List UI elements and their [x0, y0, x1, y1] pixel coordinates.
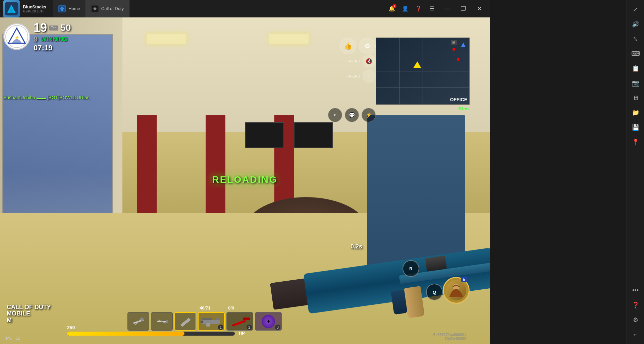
- home-tab-label: Home: [68, 6, 80, 11]
- weapon-slots: 48/71 1 0/0 2: [127, 312, 282, 331]
- minimap: ▲ M OFFICE: [376, 38, 470, 105]
- cod-logo: CALL OF DUTY MOBILE M: [7, 304, 51, 324]
- friend-label-2: FRIEND: [346, 74, 360, 78]
- svg-rect-13: [216, 318, 219, 320]
- sidebar-expand-icon[interactable]: ⤢: [629, 3, 642, 16]
- svg-rect-12: [202, 318, 212, 320]
- svg-point-9: [140, 318, 144, 321]
- score-main: 19: [34, 21, 47, 35]
- account-button[interactable]: 👤: [399, 3, 411, 15]
- secondary-weapon-slot[interactable]: 0/0 2: [226, 312, 253, 331]
- close-button[interactable]: ✕: [472, 3, 487, 15]
- q-action-button[interactable]: Q: [426, 284, 443, 300]
- mute-button[interactable]: 🔇: [362, 54, 376, 68]
- titlebar-controls: 🔔 1 👤 ❓ ☰ — ❐ ✕: [386, 3, 490, 15]
- ping-button[interactable]: P: [328, 108, 342, 122]
- right-sidebar: ⤢ 🔊 ⤡ ⌨ 📋 📷 🖥 📁 💾 📍 ••• ❓ ⚙ ←: [627, 0, 644, 344]
- hp-bar-background: [67, 332, 235, 336]
- primary-weapon-icon[interactable]: 1: [198, 312, 225, 331]
- slot-1-number: 1: [218, 325, 223, 330]
- game-top-icons: 👍 ⚙: [339, 38, 376, 54]
- chat-button[interactable]: 💬: [345, 108, 359, 122]
- minimize-button[interactable]: —: [439, 3, 455, 15]
- game-tab[interactable]: Call of Duty: [86, 0, 129, 17]
- grenade-slot-icon-1[interactable]: [127, 312, 149, 331]
- tab-badge: Tab: [49, 25, 58, 31]
- ceiling-light-1: [147, 34, 186, 44]
- help-button[interactable]: ❓: [413, 3, 425, 15]
- hud-topleft: ⚡ 19 Tab 50 9 WINNING 07:19: [3, 21, 71, 52]
- special-slot[interactable]: ✦ 3: [255, 312, 282, 331]
- player-position: [413, 61, 421, 68]
- sidebar-save-icon[interactable]: 💾: [629, 121, 642, 134]
- fps-label: FPS: [3, 336, 12, 341]
- sidebar-camera-icon[interactable]: 📷: [629, 76, 642, 90]
- knife-slot-icon[interactable]: [174, 312, 196, 331]
- sidebar-resize-icon[interactable]: ⤡: [629, 32, 642, 46]
- rifle-scope: [425, 255, 447, 272]
- session-code-text: 5e637171ba0b000130d2e4f0639: [433, 333, 466, 341]
- map-location-label: OFFICE: [450, 97, 467, 102]
- notification-button[interactable]: 🔔 1: [386, 3, 398, 15]
- score-secondary: 9: [34, 35, 38, 44]
- sidebar-volume-icon[interactable]: 🔊: [629, 17, 642, 31]
- session-code: 5e637171ba0b000130d2e4f0639: [433, 333, 466, 341]
- kill-feed-text: SushantUchiha ▬▬ [BOT]BOWLDURian: [3, 95, 90, 100]
- svg-text:⚡: ⚡: [14, 35, 19, 40]
- squad-button[interactable]: ⚡: [362, 108, 376, 122]
- ammo-secondary: 0/0: [228, 305, 234, 310]
- settings-button[interactable]: ⚙: [359, 38, 376, 54]
- hp-bar-fill: [67, 332, 184, 336]
- sidebar-back-icon[interactable]: ←: [629, 328, 642, 341]
- svg-rect-14: [206, 323, 210, 327]
- sidebar-keyboard-icon[interactable]: ⌨: [629, 47, 642, 60]
- app-name: BlueStacks: [23, 4, 46, 9]
- score-area: 19 Tab 50 9 WINNING 07:19: [34, 21, 71, 52]
- kill-feed: SushantUchiha ▬▬ [BOT]BOWLDURian: [3, 95, 90, 101]
- weapon-display: [255, 176, 490, 344]
- hp-label: HP: [239, 331, 245, 336]
- monitor-2: [294, 122, 333, 148]
- notification-badge: 1: [392, 4, 396, 8]
- hp-value: 250: [67, 325, 75, 330]
- menu-button[interactable]: ☰: [426, 3, 438, 15]
- ammo-count: 48/71: [200, 305, 211, 310]
- char-image: [446, 280, 466, 300]
- friend-row-1: FRIEND 🔇: [346, 54, 376, 68]
- window-controls: — ❐ ✕: [439, 3, 487, 15]
- weapon-body: [288, 210, 490, 327]
- special-slot-icon[interactable]: ✦ 3: [255, 312, 282, 331]
- secondary-weapon-icon[interactable]: 2: [226, 312, 253, 331]
- grenade-slot-1: [127, 312, 149, 331]
- friend-row-2: FRIEND T: [346, 69, 376, 83]
- sidebar-files-icon[interactable]: 📁: [629, 106, 642, 119]
- primary-weapon-slot[interactable]: 48/71 1: [198, 312, 225, 331]
- sidebar-more-icon[interactable]: •••: [629, 284, 642, 297]
- sidebar-help-icon[interactable]: ❓: [629, 298, 642, 312]
- sidebar-profile-icon[interactable]: 📋: [629, 62, 642, 75]
- score-row: 19 Tab 50: [34, 21, 71, 35]
- slot-2-number: 2: [247, 325, 252, 330]
- restore-button[interactable]: ❐: [455, 3, 471, 15]
- app-version: 4.240.20.1016: [23, 9, 46, 13]
- slot-3-number: 3: [275, 325, 280, 330]
- bluestacks-logo: [3, 0, 20, 17]
- game-timer: 07:19: [34, 44, 71, 52]
- r-action-button[interactable]: R: [402, 260, 419, 277]
- cod-logo-text-1: CALL OF DUTY: [7, 304, 51, 311]
- knife-slot: [174, 312, 196, 331]
- enemy-dot-1: [452, 48, 455, 51]
- reloading-indicator: RELOADING: [212, 174, 278, 185]
- home-tab[interactable]: Home: [53, 0, 86, 17]
- action-buttons: Q: [426, 284, 443, 300]
- friend-label-1: FRIEND: [346, 59, 360, 63]
- thumbs-up-button[interactable]: 👍: [339, 38, 356, 54]
- sidebar-location-icon[interactable]: 📍: [629, 135, 642, 149]
- grenade-slot-icon-2[interactable]: [151, 312, 173, 331]
- minimap-inner: ▲ M OFFICE: [376, 38, 469, 104]
- sidebar-screen-icon[interactable]: 🖥: [629, 91, 642, 105]
- game-viewport[interactable]: ⚡ 19 Tab 50 9 WINNING 07:19 SushantUchih…: [0, 17, 490, 344]
- friend-t-button[interactable]: T: [362, 69, 376, 83]
- sidebar-settings-icon[interactable]: ⚙: [629, 313, 642, 327]
- winning-status: WINNING: [41, 36, 68, 43]
